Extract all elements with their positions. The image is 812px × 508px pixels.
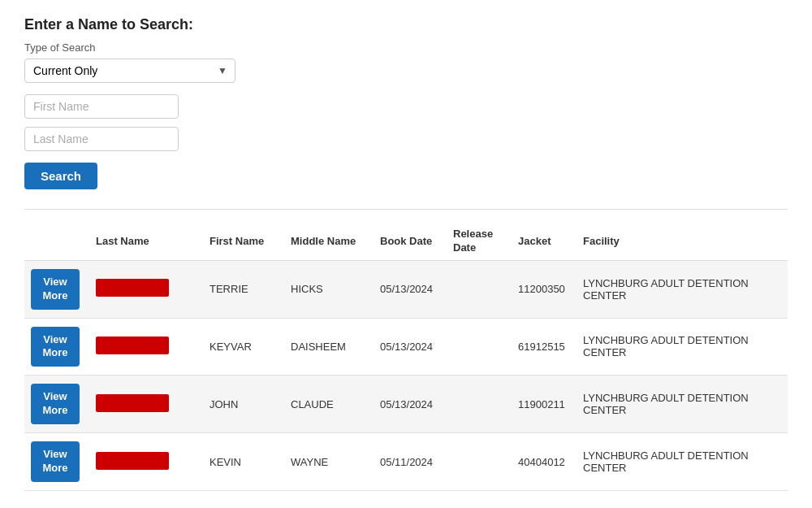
col-header-last-name: Last Name: [89, 223, 203, 260]
view-more-button[interactable]: ViewMore: [31, 384, 80, 424]
table-body: ViewMoreTERRIEHICKS05/13/202411200350LYN…: [24, 260, 788, 490]
release-date-cell: [447, 318, 512, 376]
middle-name-cell: CLAUDE: [284, 376, 374, 433]
last-name-cell: [89, 318, 203, 376]
col-header-view: [24, 223, 89, 260]
facility-cell: LYNCHBURG ADULT DETENTION CENTER: [577, 318, 788, 376]
page-title: Enter a Name to Search:: [24, 16, 788, 33]
first-name-cell: JOHN: [203, 376, 284, 433]
table-row: ViewMoreJOHNCLAUDE05/13/202411900211LYNC…: [24, 376, 788, 433]
jacket-cell: 40404012: [512, 433, 577, 491]
middle-name-cell: HICKS: [284, 260, 374, 318]
results-table: Last Name First Name Middle Name Book Da…: [24, 223, 788, 491]
search-type-wrapper: Current Only All ▼: [24, 59, 235, 83]
book-date-cell: 05/13/2024: [374, 260, 447, 318]
book-date-cell: 05/13/2024: [374, 376, 447, 433]
last-name-cell: [89, 260, 203, 318]
table-row: ViewMoreKEVINWAYNE05/11/202440404012LYNC…: [24, 433, 788, 491]
search-button[interactable]: Search: [24, 163, 97, 189]
col-header-middle-name: Middle Name: [284, 223, 374, 260]
facility-cell: LYNCHBURG ADULT DETENTION CENTER: [577, 260, 788, 318]
redacted-last-name: [96, 394, 169, 412]
release-date-cell: [447, 433, 512, 491]
book-date-cell: 05/11/2024: [374, 433, 447, 491]
table-row: ViewMoreTERRIEHICKS05/13/202411200350LYN…: [24, 260, 788, 318]
first-name-cell: KEVIN: [203, 433, 284, 491]
col-header-facility: Facility: [577, 223, 788, 260]
book-date-cell: 05/13/2024: [374, 318, 447, 376]
middle-name-cell: DAISHEEM: [284, 318, 374, 376]
first-name-cell: KEYVAR: [203, 318, 284, 376]
jacket-cell: 61912515: [512, 318, 577, 376]
col-header-first-name: First Name: [203, 223, 284, 260]
col-header-release-date: ReleaseDate: [447, 223, 512, 260]
release-date-cell: [447, 260, 512, 318]
search-type-select[interactable]: Current Only All: [24, 59, 235, 83]
facility-cell: LYNCHBURG ADULT DETENTION CENTER: [577, 433, 788, 491]
view-more-button[interactable]: ViewMore: [31, 269, 80, 310]
last-name-cell: [89, 433, 203, 491]
view-more-button[interactable]: ViewMore: [31, 327, 80, 367]
table-row: ViewMoreKEYVARDAISHEEM05/13/202461912515…: [24, 318, 788, 376]
view-more-button[interactable]: ViewMore: [31, 441, 80, 482]
col-header-book-date: Book Date: [374, 223, 447, 260]
last-name-cell: [89, 376, 203, 433]
jacket-cell: 11900211: [512, 376, 577, 433]
page-container: Enter a Name to Search: Type of Search C…: [0, 0, 812, 507]
table-header-row: Last Name First Name Middle Name Book Da…: [24, 223, 788, 260]
search-type-label: Type of Search: [24, 41, 788, 54]
col-header-jacket: Jacket: [512, 223, 577, 260]
redacted-last-name: [96, 452, 169, 470]
first-name-input[interactable]: [24, 94, 179, 119]
facility-cell: LYNCHBURG ADULT DETENTION CENTER: [577, 376, 788, 433]
jacket-cell: 11200350: [512, 260, 577, 318]
release-date-cell: [447, 376, 512, 433]
name-inputs-container: [24, 94, 788, 151]
divider: [24, 209, 788, 210]
redacted-last-name: [96, 279, 169, 297]
middle-name-cell: WAYNE: [284, 433, 374, 491]
last-name-input[interactable]: [24, 127, 179, 151]
redacted-last-name: [96, 336, 169, 354]
first-name-cell: TERRIE: [203, 260, 284, 318]
